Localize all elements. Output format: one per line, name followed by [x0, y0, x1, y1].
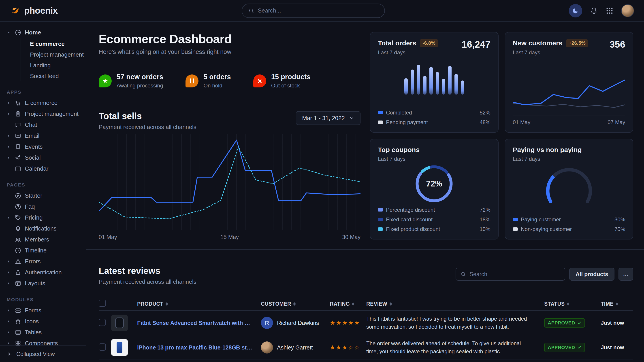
sidebar-item-forms[interactable]: Forms	[5, 305, 81, 316]
sidebar-subitem-landing[interactable]: Landing	[30, 60, 81, 71]
legend-item-percentage-discount: Percentage discount72%	[378, 207, 490, 213]
caret-right-icon	[7, 331, 10, 334]
new-customers-chart	[513, 77, 626, 116]
review-text: This Fitbit is fantastic! I was trying t…	[366, 315, 542, 331]
total-orders-value: 16,247	[462, 39, 490, 50]
page-subtitle: Here's what's going on at your business …	[99, 48, 360, 55]
sidebar-item-events[interactable]: Events	[5, 141, 81, 152]
sidebar-nav: Home E commerceProject managementLanding…	[0, 22, 86, 346]
sidebar-item-errors[interactable]: Errors	[5, 256, 81, 267]
order-volume-bar	[448, 66, 452, 95]
column-header-review[interactable]: REVIEW	[366, 301, 542, 307]
sidebar-item-e-commerce[interactable]: E commerce	[5, 97, 81, 108]
order-volume-bar	[461, 80, 464, 95]
search-icon	[460, 271, 466, 277]
form-icon	[15, 307, 21, 314]
order-volume-bar	[423, 76, 426, 95]
legend-item-pending-payment: Pending payment48%	[378, 119, 490, 125]
sidebar-subitem-project-management[interactable]: Project management	[30, 49, 81, 60]
table-icon	[15, 329, 21, 336]
all-products-button[interactable]: All products	[569, 268, 614, 281]
sidebar-item-icons[interactable]: Icons	[5, 316, 81, 327]
sidebar-item-starter[interactable]: Starter	[5, 190, 81, 201]
brand[interactable]: phoenix	[10, 5, 58, 16]
sidebar-section-title-pages: PAGES	[7, 182, 79, 188]
caret-down-icon	[7, 30, 11, 35]
status-badge: APPROVED	[544, 318, 585, 328]
sidebar-item-email[interactable]: Email	[5, 130, 81, 141]
legend-item-fixed-card-discount: Fixed card discount18%	[378, 216, 490, 223]
more-actions-button[interactable]: ...	[618, 268, 633, 281]
sidebar-item-members[interactable]: Members	[5, 234, 81, 245]
star-icon: ★	[102, 78, 108, 84]
product-link[interactable]: Fitbit Sense Advanced Smartwatch with To…	[137, 320, 259, 326]
sidebar-item-layouts[interactable]: Layouts	[5, 278, 81, 289]
caret-right-icon	[7, 156, 10, 160]
column-header-rating[interactable]: RATING	[330, 301, 364, 307]
cart-icon	[15, 100, 21, 106]
paying-gauge-chart	[533, 165, 605, 210]
column-header-customer[interactable]: CUSTOMER	[261, 301, 328, 307]
global-search[interactable]	[242, 3, 385, 18]
review-text: The order was delivered ahead of schedul…	[366, 340, 542, 356]
sidebar-subitem-e-commerce[interactable]: E commerce	[30, 38, 81, 49]
orders-bar-chart	[378, 63, 490, 95]
sidebar-item-chat[interactable]: Chat	[5, 119, 81, 130]
lock-icon	[15, 269, 21, 276]
order-volume-bar	[430, 67, 433, 94]
sidebar-item-calendar[interactable]: Calendar	[5, 163, 81, 174]
legend-swatch	[378, 111, 383, 114]
search-icon	[248, 8, 254, 14]
sidebar-item-authentication[interactable]: Authentication	[5, 267, 81, 278]
alert-icon	[15, 258, 21, 265]
review-row: iPhone 13 pro max-Pacific Blue-128GB sto…	[99, 335, 633, 360]
new-customers-x-axis: 01 May 07 May	[513, 119, 626, 125]
reviews-search[interactable]	[456, 268, 565, 281]
sidebar-item-timeline[interactable]: Timeline	[5, 245, 81, 256]
customer-avatar: R	[261, 317, 273, 329]
product-link[interactable]: iPhone 13 pro max-Pacific Blue-128GB sto…	[137, 344, 259, 351]
caret-right-icon	[7, 112, 10, 116]
notifications-button[interactable]	[590, 7, 598, 15]
product-image[interactable]	[111, 339, 128, 356]
apps-menu-button[interactable]	[606, 7, 614, 15]
legend-item-fixed-product-discount: Fixed product discount10%	[378, 226, 490, 232]
product-image[interactable]	[111, 315, 128, 331]
mail-icon	[15, 133, 21, 139]
paying-legend: Paying customer30%Non-paying customer70%	[513, 216, 626, 232]
sidebar-item-faq[interactable]: Faq	[5, 201, 81, 212]
legend-item-completed: Completed52%	[378, 110, 490, 116]
order-stats-row: ★57 new ordersAwating processing5 orders…	[99, 73, 360, 89]
sidebar-item-pricing[interactable]: Pricing	[5, 212, 81, 223]
sidebar-subitem-social-feed[interactable]: Social feed	[30, 71, 81, 81]
sidebar-item-components[interactable]: Components	[5, 338, 81, 346]
row-checkbox[interactable]	[99, 344, 106, 351]
column-header-product[interactable]: PRODUCT	[137, 301, 259, 307]
legend-swatch	[378, 227, 383, 231]
new-customers-title: New customers	[513, 39, 562, 47]
reviews-search-input[interactable]	[470, 271, 560, 278]
global-search-input[interactable]	[258, 7, 378, 14]
caret-right-icon	[7, 271, 10, 274]
legend-swatch	[378, 208, 383, 212]
collapse-sidebar-icon	[7, 351, 13, 357]
sidebar-item-tables[interactable]: Tables	[5, 327, 81, 338]
column-header-status[interactable]: STATUS	[544, 301, 599, 307]
top-navbar: phoenix	[0, 0, 644, 22]
column-header-time[interactable]: TIME	[601, 301, 633, 307]
sidebar-item-project-management[interactable]: Project management	[5, 108, 81, 119]
legend-swatch	[378, 218, 383, 221]
user-avatar[interactable]	[621, 4, 634, 17]
collapse-view-toggle[interactable]: Collapsed View	[0, 346, 86, 362]
caret-right-icon	[7, 320, 10, 323]
date-range-select[interactable]: Mar 1 - 31, 2022	[296, 111, 360, 125]
select-all-checkbox[interactable]	[99, 300, 106, 307]
donut-center-value: 72%	[414, 163, 455, 204]
legend-swatch	[378, 120, 383, 124]
sidebar-item-home[interactable]: Home	[5, 27, 81, 38]
row-checkbox[interactable]	[99, 319, 106, 326]
theme-toggle-button[interactable]	[569, 4, 582, 17]
sidebar-item-social[interactable]: Social	[5, 152, 81, 163]
sidebar-item-notifications[interactable]: Notifications	[5, 223, 81, 234]
total-sells-chart	[99, 134, 360, 230]
